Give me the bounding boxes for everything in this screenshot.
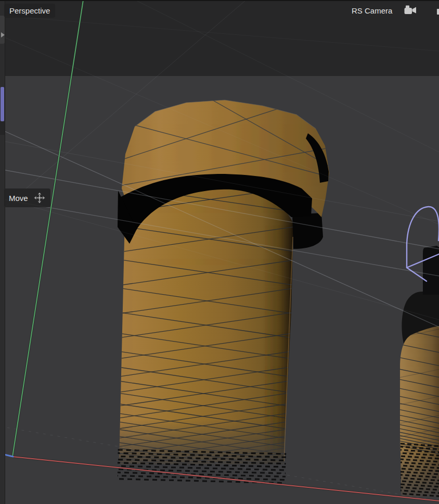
camera-hud[interactable]: RS Camera bbox=[352, 4, 418, 17]
panel-tab[interactable] bbox=[0, 16, 5, 44]
viewport-3d-scene[interactable] bbox=[0, 0, 439, 504]
view-mode-label: Perspective bbox=[4, 4, 55, 18]
view-mode-text: Perspective bbox=[9, 7, 50, 15]
panel-scrollbar[interactable] bbox=[1, 87, 4, 121]
panel-segment bbox=[0, 121, 5, 135]
left-panel-edge bbox=[0, 0, 5, 504]
move-icon bbox=[33, 192, 46, 204]
clipped-edge-icon bbox=[437, 9, 439, 15]
window-top-border bbox=[0, 0, 439, 1]
camera-icon[interactable] bbox=[404, 4, 418, 17]
large-bottle-mesh[interactable] bbox=[112, 100, 341, 491]
active-tool-text: Move bbox=[9, 194, 28, 202]
viewport[interactable]: Perspective RS Camera Move bbox=[0, 0, 439, 504]
axis-green bbox=[12, 0, 83, 457]
panel-arrow-icon[interactable] bbox=[1, 32, 5, 37]
camera-name-label[interactable]: RS Camera bbox=[352, 6, 392, 15]
bottle-side-shadow bbox=[292, 213, 323, 249]
small-bottle-cap bbox=[423, 246, 439, 295]
active-tool-tooltip: Move bbox=[4, 188, 50, 207]
small-bottle-mesh[interactable] bbox=[397, 246, 439, 498]
